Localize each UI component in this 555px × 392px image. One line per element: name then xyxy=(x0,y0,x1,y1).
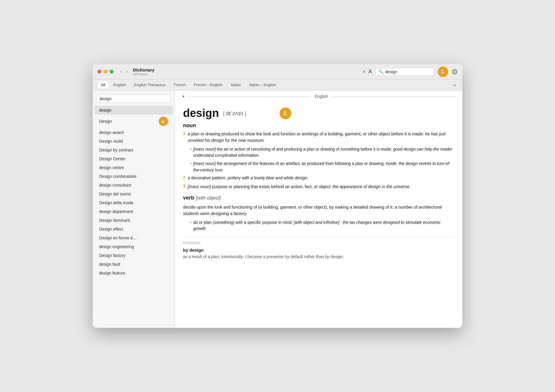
def-text-1: a plan or drawing produced to show the l… xyxy=(188,131,454,144)
section-line-left xyxy=(187,96,310,97)
window-subtitle: 100 found xyxy=(133,72,154,76)
verb-definition: decide upon the look and functioning of … xyxy=(183,204,454,217)
sidebar-item-design-engineering[interactable]: design engineering xyxy=(94,242,173,251)
tab-english-thesaurus[interactable]: English Thesaurus xyxy=(131,81,169,89)
tab-french[interactable]: French xyxy=(170,81,189,89)
section-triangle-icon[interactable]: ▼ xyxy=(182,95,185,98)
font-size-controls: A A xyxy=(363,69,372,75)
sidebar-item-design-fault[interactable]: design fault xyxy=(94,260,173,269)
tab-more-button[interactable]: » xyxy=(452,81,458,88)
def-num-2: 2 xyxy=(183,175,185,181)
dictionary-content: ▼ English design | dɪˈzʌɪn | 2. noun 1 a… xyxy=(175,91,462,328)
sub-def-1a: • [mass noun] the art or action of conce… xyxy=(190,146,454,159)
def-text-2: a decorative pattern: pottery with a lov… xyxy=(188,175,309,181)
verb-header: verb [with object] xyxy=(183,195,454,201)
font-decrease-button[interactable]: A xyxy=(363,69,366,74)
verb-qualifier: [with object] xyxy=(196,195,221,201)
def-num-3: 3 xyxy=(183,184,185,190)
sidebar-item-design-centre[interactable]: design centre xyxy=(94,163,173,172)
traffic-lights xyxy=(97,70,114,74)
sidebar-search-row xyxy=(93,93,175,106)
section-line-right xyxy=(333,96,455,97)
title-block: Dictionary 100 found xyxy=(133,67,154,76)
sidebar-item-design-feature[interactable]: design feature xyxy=(94,269,173,277)
tab-english[interactable]: English xyxy=(110,81,129,89)
pos-noun: noun xyxy=(183,122,454,129)
sub-def-text-1b: [mass noun] the arrangement of the featu… xyxy=(193,161,454,173)
sidebar-item-design-center[interactable]: Design Center xyxy=(94,154,173,163)
section-label-english: English xyxy=(310,94,333,99)
tab-italian[interactable]: Italian xyxy=(227,81,245,89)
sidebar: design Design 3. design award Design–bui… xyxy=(93,91,175,328)
window-title: Dictionary xyxy=(133,67,154,72)
main-content: design Design 3. design award Design–bui… xyxy=(93,91,462,328)
definition-3: 3 [mass noun] purpose or planning that e… xyxy=(183,184,454,190)
sub-def-1b: • [mass noun] the arrangement of the fea… xyxy=(190,161,454,173)
tab-french-english[interactable]: French – English xyxy=(190,81,226,89)
sub-def-text-1a: [mass noun] the art or action of conceiv… xyxy=(193,146,454,159)
bullet-icon: • xyxy=(190,146,192,159)
sidebar-item-design-build[interactable]: Design–build xyxy=(94,137,173,146)
sidebar-item-design-factory[interactable]: Design factory xyxy=(94,251,173,260)
sidebar-item-design-by-contract[interactable]: Design by contract xyxy=(94,146,173,154)
search-container: 🔍 xyxy=(375,68,434,76)
sidebar-item-design-upper[interactable]: Design 3. xyxy=(94,115,173,128)
definition-2: 2 a decorative pattern: pottery with a l… xyxy=(183,175,454,181)
tabbar: All English English Thesaurus French Fre… xyxy=(93,79,462,91)
def-text-3: [mass noun] purpose or planning that exi… xyxy=(188,184,411,190)
sidebar-item-design-del-suono[interactable]: Design del suono xyxy=(94,190,173,198)
section-header-english: ▼ English xyxy=(175,91,462,102)
phrases-label: PHRASES xyxy=(183,241,454,245)
forward-button[interactable]: › xyxy=(124,67,129,76)
tab-all[interactable]: All xyxy=(97,81,109,89)
def-num-1: 1 xyxy=(183,131,185,144)
app-window: ‹ › Dictionary 100 found A A 🔍 1. ✕ All … xyxy=(93,64,462,328)
entry-word-row: design | dɪˈzʌɪn | 2. xyxy=(183,107,454,120)
entry-area: design | dɪˈzʌɪn | 2. noun 1 a plan or d… xyxy=(175,102,462,267)
verb-sub-defs: • do or plan (something) with a specific… xyxy=(190,219,454,232)
sidebar-search-input[interactable] xyxy=(96,95,171,103)
sidebar-item-design-department[interactable]: design department xyxy=(94,207,173,216)
tab-italian-english[interactable]: Italian – English xyxy=(246,81,280,89)
sidebar-item-design-combinatoire[interactable]: Design combinatoire xyxy=(94,172,173,181)
verb-section: verb [with object] decide upon the look … xyxy=(183,195,454,232)
maximize-button[interactable] xyxy=(110,70,114,74)
phrases-section: PHRASES by design as a result of a plan;… xyxy=(183,237,454,260)
sub-defs-1: • [mass noun] the art or action of conce… xyxy=(190,146,454,173)
search-input[interactable] xyxy=(385,69,426,74)
sidebar-badge-3: 3. xyxy=(159,117,168,126)
pos-verb: verb xyxy=(183,195,194,201)
titlebar: ‹ › Dictionary 100 found A A 🔍 1. ✕ xyxy=(93,64,462,79)
sidebar-item-design-dominant[interactable]: Design dominant xyxy=(94,216,173,225)
back-button[interactable]: ‹ xyxy=(118,67,123,76)
minimize-button[interactable] xyxy=(104,70,107,74)
sidebar-item-design-consultant[interactable]: design consultant xyxy=(94,181,173,190)
entry-pronunciation: | dɪˈzʌɪn | xyxy=(223,110,246,117)
bullet-icon-2: • xyxy=(190,161,192,173)
sidebar-item-label: Design xyxy=(99,119,112,124)
phrase-def: as a result of a plan; intentionally: I … xyxy=(183,254,454,260)
badge-2: 2. xyxy=(280,108,291,119)
sidebar-item-design-en-forme[interactable]: Design en forme d… xyxy=(94,234,173,242)
clear-search-button[interactable]: ✕ xyxy=(452,69,458,75)
sidebar-item-design-della-moda[interactable]: Design della moda xyxy=(94,198,173,207)
font-increase-button[interactable]: A xyxy=(368,69,372,75)
badge-1: 1. xyxy=(438,67,448,77)
search-icon: 🔍 xyxy=(379,69,383,74)
verb-sub-def: • do or plan (something) with a specific… xyxy=(190,219,454,232)
verb-sub-def-text: do or plan (something) with a specific p… xyxy=(193,219,454,232)
sidebar-item-design-effect[interactable]: Design effect xyxy=(94,225,173,234)
close-button[interactable] xyxy=(97,70,101,74)
sidebar-item-design-lower[interactable]: design xyxy=(94,106,173,115)
phrase-title: by design xyxy=(183,248,454,253)
bullet-icon-3: • xyxy=(190,219,192,232)
definition-1: 1 a plan or drawing produced to show the… xyxy=(183,131,454,144)
nav-buttons: ‹ › xyxy=(118,67,129,76)
sidebar-item-design-award[interactable]: design award xyxy=(94,128,173,137)
entry-word: design xyxy=(183,107,219,120)
